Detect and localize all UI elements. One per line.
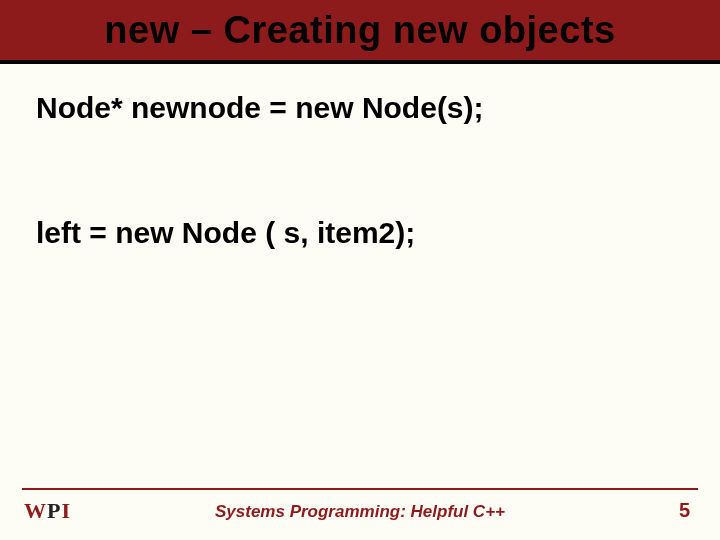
slide-title: new – Creating new objects	[104, 9, 615, 52]
code-line-2: left = new Node ( s, item2);	[36, 213, 684, 254]
footer-caption: Systems Programming: Helpful C++	[0, 502, 720, 522]
footer-divider	[22, 488, 698, 490]
page-number: 5	[679, 499, 690, 522]
code-line-1: Node* newnode = new Node(s);	[36, 88, 684, 129]
title-bar: new – Creating new objects	[0, 0, 720, 64]
slide-body: Node* newnode = new Node(s); left = new …	[0, 64, 720, 253]
slide-footer: WPI Systems Programming: Helpful C++ 5	[0, 488, 720, 528]
